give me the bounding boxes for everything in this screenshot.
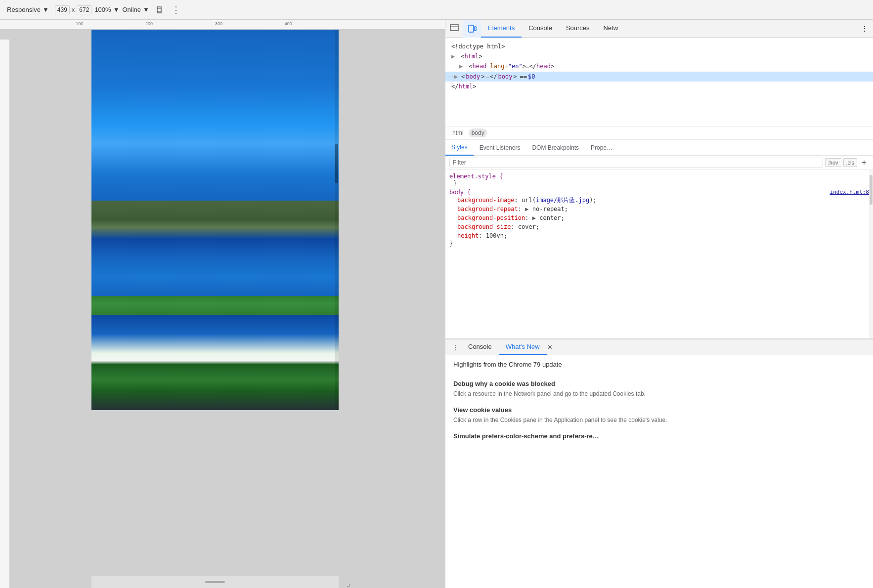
network-label: Online bbox=[123, 6, 141, 13]
css-body-selector-line: body { index.html:8 bbox=[449, 189, 869, 196]
inspect-element-button[interactable] bbox=[445, 20, 463, 38]
css-rule-close: } bbox=[449, 180, 869, 187]
network-selector[interactable]: Online ▼ bbox=[123, 6, 149, 13]
resize-corner[interactable]: ⌟ bbox=[344, 578, 353, 588]
scrollbar[interactable] bbox=[335, 30, 339, 410]
zoom-selector[interactable]: 100% ▼ bbox=[94, 6, 119, 13]
css-source-link[interactable]: index.html:8 bbox=[830, 189, 869, 195]
resize-handle-bottom[interactable] bbox=[91, 576, 339, 588]
filter-bar: :hov .cls + bbox=[445, 156, 873, 170]
breadcrumb-body[interactable]: body bbox=[469, 128, 487, 137]
styles-filter-input[interactable] bbox=[449, 158, 823, 168]
tree-line-head: ▶ <head lang="en">…</head> bbox=[445, 61, 873, 72]
css-rules-area: element.style { } body { index.html:8 bbox=[445, 170, 873, 338]
hov-filter-button[interactable]: :hov bbox=[825, 158, 841, 167]
breadcrumb-html[interactable]: html bbox=[449, 128, 467, 137]
viewport-width[interactable]: 439 bbox=[55, 5, 70, 14]
whats-new-panel: Highlights from the Chrome 79 update Deb… bbox=[445, 355, 873, 588]
css-prop-background-repeat[interactable]: background-repeat: ▶ no-repeat; bbox=[449, 205, 869, 213]
feature-item-cookie-blocked: Debug why a cookie was blocked Click a r… bbox=[453, 380, 865, 398]
css-rule-selector: element.style { bbox=[449, 173, 869, 180]
css-prop-background-position[interactable]: background-position: ▶ center; bbox=[449, 213, 869, 222]
styles-tab-styles[interactable]: Styles bbox=[445, 140, 474, 156]
css-prop-height[interactable]: height: 100vh; bbox=[449, 231, 869, 240]
styles-panel: Styles Event Listeners DOM Breakpoints P… bbox=[445, 140, 873, 338]
responsive-dropdown-icon: ▼ bbox=[43, 6, 49, 13]
tree-toggle-body[interactable]: ▶ bbox=[454, 72, 460, 81]
dim-separator: x bbox=[72, 6, 75, 13]
network-dropdown-icon: ▼ bbox=[143, 6, 149, 13]
css-rule-element-style: element.style { } bbox=[445, 172, 873, 188]
tabs-more-icon: ⋮ bbox=[861, 25, 868, 32]
feature-item-cookie-values: View cookie values Click a row in the Co… bbox=[453, 406, 865, 424]
cls-filter-button[interactable]: .cls bbox=[843, 158, 858, 167]
feature-title-cookie-values: View cookie values bbox=[453, 406, 865, 414]
breadcrumb-bar: html body bbox=[445, 126, 873, 140]
drag-handle bbox=[205, 581, 225, 583]
more-button[interactable]: ⋮ bbox=[169, 3, 183, 17]
tab-sources[interactable]: Sources bbox=[559, 20, 597, 38]
device-frame-inner bbox=[91, 30, 339, 410]
css-prop-background-size[interactable]: background-size: cover; bbox=[449, 222, 869, 231]
tree-line-html: ▶ <html> bbox=[445, 51, 873, 61]
lake-image bbox=[91, 30, 339, 410]
css-rule-body: body { index.html:8 background-image: ur… bbox=[445, 188, 873, 248]
responsive-label: Responsive bbox=[7, 6, 41, 13]
zoom-dropdown-icon: ▼ bbox=[113, 6, 120, 13]
add-style-rule-button[interactable]: + bbox=[859, 158, 869, 168]
rotate-icon bbox=[155, 6, 163, 14]
drawer-more-icon: ⋮ bbox=[452, 343, 459, 351]
svg-rect-4 bbox=[469, 25, 474, 32]
tree-line-doctype: <!doctype html> bbox=[445, 42, 873, 51]
tabs-more-button[interactable]: ⋮ bbox=[855, 20, 873, 38]
drawer-tab-whats-new[interactable]: What's New bbox=[499, 339, 547, 355]
tab-console[interactable]: Console bbox=[522, 20, 559, 38]
dimensions-display: 439 x 672 bbox=[55, 5, 92, 14]
styles-tab-event-listeners[interactable]: Event Listeners bbox=[474, 140, 526, 156]
css-scrollbar-thumb[interactable] bbox=[870, 175, 873, 205]
device-frame bbox=[91, 30, 339, 410]
viewport-content: ⌟ bbox=[0, 30, 445, 588]
whats-new-header: Highlights from the Chrome 79 update bbox=[453, 361, 865, 372]
viewport-toolbar: Responsive ▼ 439 x 672 100% ▼ Online ▼ ⋮ bbox=[0, 0, 873, 20]
devtools-tabs-bar: Elements Console Sources Netw ⋮ bbox=[445, 20, 873, 38]
rotate-button[interactable] bbox=[152, 3, 166, 17]
upper-panel: <!doctype html> ▶ <html> ▶ <head lang="e… bbox=[445, 38, 873, 339]
tree-line-html-close: </html> bbox=[445, 82, 873, 91]
tab-elements[interactable]: Elements bbox=[481, 20, 522, 38]
devtools-panel: Elements Console Sources Netw ⋮ < bbox=[445, 20, 873, 588]
responsive-selector[interactable]: Responsive ▼ bbox=[4, 4, 52, 15]
viewport-area: 100 200 300 400 bbox=[0, 20, 445, 588]
ruler-top: 100 200 300 400 bbox=[0, 20, 445, 30]
styles-tab-dom-breakpoints[interactable]: DOM Breakpoints bbox=[526, 140, 585, 156]
feature-item-simulate: Simulate prefers-color-scheme and prefer… bbox=[453, 432, 865, 440]
toolbar-left: Responsive ▼ 439 x 672 100% ▼ Online ▼ ⋮ bbox=[4, 3, 869, 17]
ruler-left bbox=[0, 40, 10, 588]
device-toggle-button[interactable] bbox=[463, 20, 481, 38]
tab-network[interactable]: Netw bbox=[597, 20, 625, 38]
tree-toggle-head[interactable]: ▶ bbox=[459, 62, 465, 71]
main-area: 100 200 300 400 bbox=[0, 20, 873, 588]
inspect-icon bbox=[450, 24, 459, 33]
scrollbar-handle[interactable] bbox=[335, 144, 338, 183]
feature-desc-cookie-values: Click a row in the Cookies pane in the A… bbox=[453, 416, 865, 424]
drawer-tab-console[interactable]: Console bbox=[461, 339, 499, 355]
svg-rect-5 bbox=[475, 27, 476, 31]
css-rules-scrollbar[interactable] bbox=[869, 170, 873, 338]
tree-line-body[interactable]: ··· ▶ <body>…</body> == $0 bbox=[445, 72, 873, 82]
bottom-drawer-tabs: ⋮ Console What's New × bbox=[445, 339, 873, 355]
drawer-more-button[interactable]: ⋮ bbox=[449, 341, 461, 353]
feature-title-simulate: Simulate prefers-color-scheme and prefer… bbox=[453, 432, 865, 440]
css-prop-background-image[interactable]: background-image: url(image/那片蓝.jpg); bbox=[449, 196, 869, 205]
styles-tab-properties[interactable]: Prope… bbox=[585, 140, 618, 156]
drawer-close-button[interactable]: × bbox=[548, 343, 552, 352]
feature-desc-cookie-blocked: Click a resource in the Network panel an… bbox=[453, 389, 865, 398]
css-rule-body-close: } bbox=[449, 240, 869, 247]
tree-toggle-html[interactable]: ▶ bbox=[451, 52, 457, 61]
svg-rect-2 bbox=[450, 25, 458, 31]
device-icon bbox=[468, 24, 477, 33]
zoom-label: 100% bbox=[94, 6, 111, 13]
styles-tabs-bar: Styles Event Listeners DOM Breakpoints P… bbox=[445, 140, 873, 156]
more-icon: ⋮ bbox=[172, 4, 180, 15]
viewport-height[interactable]: 672 bbox=[77, 5, 91, 14]
